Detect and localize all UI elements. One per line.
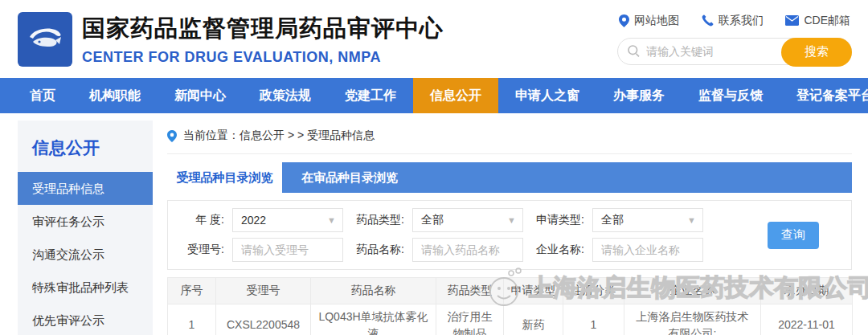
phone-icon [702, 14, 714, 27]
location-pin-icon [619, 14, 629, 27]
acceptance-no-label: 受理号: [176, 243, 232, 257]
search-button[interactable]: 搜索 [781, 38, 852, 67]
company-name-filter: 企业名称: [536, 238, 703, 262]
acceptance-no-input[interactable] [232, 238, 343, 262]
search-input[interactable] [646, 45, 777, 58]
header-right: 网站地图 联系我们 CDE邮箱 [617, 14, 852, 65]
sidebar-item-special-approval[interactable]: 特殊审批品种列表 [18, 271, 153, 304]
chevron-down-icon: ▼ [507, 215, 516, 225]
drug-name-input[interactable] [412, 238, 523, 262]
year-select-value: 2022 [241, 214, 266, 227]
breadcrumb-label: 当前位置：信息公开 > > 受理品种信息 [183, 129, 375, 143]
company-name-label: 企业名称: [536, 243, 592, 257]
search-icon [628, 45, 640, 57]
cde-mail-link-label: CDE邮箱 [804, 14, 850, 28]
application-type-select-value: 全部 [601, 213, 624, 227]
site-header: 国家药品监督管理局药品审评中心 CENTER FOR DRUG EVALUATI… [0, 0, 868, 78]
chevron-down-icon: ▼ [687, 215, 696, 225]
nav-item-policies[interactable]: 政策法规 [243, 78, 328, 113]
company-name-input[interactable] [592, 238, 703, 262]
nav-item-news-center[interactable]: 新闻中心 [158, 78, 243, 113]
chevron-down-icon: ▼ [327, 215, 336, 225]
sitemap-link-label: 网站地图 [634, 14, 679, 28]
nav-item-home[interactable]: 首页 [13, 78, 72, 113]
filter-row-1: 年 度: 2022 ▼ 药品类型: 全部 ▼ 申 [176, 208, 851, 232]
drug-type-label: 药品类型: [356, 213, 412, 227]
nav-item-party-building[interactable]: 党建工作 [328, 78, 413, 113]
drug-name-filter: 药品名称: [356, 238, 523, 262]
sidebar-item-priority-review[interactable]: 优先审评公示 [18, 304, 153, 335]
cell-company-name: 上海洛启生物医药技术有限公司; [624, 304, 761, 335]
drug-name-label: 药品名称: [356, 243, 412, 257]
envelope-icon [785, 15, 799, 26]
year-label: 年 度: [176, 213, 232, 227]
year-filter: 年 度: 2022 ▼ [176, 208, 343, 232]
sitemap-link[interactable]: 网站地图 [619, 14, 679, 28]
main-panel: 当前位置：信息公开 > > 受理品种信息 受理品种目录浏览 在审品种目录浏览 年… [167, 121, 852, 335]
content: 信息公开 受理品种信息 审评任务公示 沟通交流公示 特殊审批品种列表 优先审评公… [0, 121, 868, 335]
cell-application-type: 新药 [504, 304, 563, 335]
table-header-row: 序号 受理号 药品名称 药品类型 申请类型 注册分类 企业名称 承办日期 [168, 278, 853, 304]
col-header-acceptance-no: 受理号 [216, 278, 311, 304]
drug-type-select[interactable]: 全部 ▼ [412, 208, 523, 232]
cell-registration-class: 1 [563, 304, 624, 335]
sidebar-item-review-tasks[interactable]: 审评任务公示 [18, 205, 153, 238]
site-search: 搜索 [617, 38, 852, 65]
col-header-company-name: 企业名称 [624, 278, 761, 304]
year-select[interactable]: 2022 ▼ [232, 208, 343, 232]
col-header-drug-type: 药品类型 [436, 278, 504, 304]
filter-row-2: 受理号: 药品名称: 企业名称: [176, 238, 851, 262]
cell-index: 1 [168, 304, 216, 335]
breadcrumb: 当前位置：信息公开 > > 受理品种信息 [167, 121, 852, 154]
filter-panel: 年 度: 2022 ▼ 药品类型: 全部 ▼ 申 [167, 200, 852, 270]
nav-item-supervision-feedback[interactable]: 监督与反馈 [682, 78, 780, 113]
col-header-index: 序号 [168, 278, 216, 304]
col-header-registration-class: 注册分类 [563, 278, 624, 304]
sidebar-item-communication[interactable]: 沟通交流公示 [18, 238, 153, 271]
application-type-select[interactable]: 全部 ▼ [592, 208, 703, 232]
sidebar-item-accepted-varieties[interactable]: 受理品种信息 [18, 172, 153, 205]
sidebar: 信息公开 受理品种信息 审评任务公示 沟通交流公示 特殊审批品种列表 优先审评公… [18, 121, 153, 335]
site-title-cn: 国家药品监督管理局药品审评中心 [82, 13, 444, 45]
cell-drug-name: LQ043H单域抗体雾化液 [311, 304, 436, 335]
cde-logo [18, 12, 72, 67]
cell-acceptance-no: CXSL2200548 [216, 304, 311, 335]
site-title-block: 国家药品监督管理局药品审评中心 CENTER FOR DRUG EVALUATI… [82, 13, 444, 66]
top-links: 网站地图 联系我们 CDE邮箱 [617, 14, 852, 28]
site-title-en: CENTER FOR DRUG EVALUATION, NMPA [82, 49, 444, 66]
acceptance-table: 序号 受理号 药品名称 药品类型 申请类型 注册分类 企业名称 承办日期 1 C… [167, 277, 853, 335]
table-row[interactable]: 1 CXSL2200548 LQ043H单域抗体雾化液 治疗用生物制品 新药 1… [168, 304, 853, 335]
query-button[interactable]: 查询 [768, 222, 819, 249]
page: 国家药品监督管理局药品审评中心 CENTER FOR DRUG EVALUATI… [0, 0, 868, 335]
contact-us-link-label: 联系我们 [719, 14, 764, 28]
nav-item-org-functions[interactable]: 机构职能 [72, 78, 158, 113]
nav-item-services[interactable]: 办事服务 [596, 78, 682, 113]
nav-item-applicant-window[interactable]: 申请人之窗 [498, 78, 596, 113]
cell-undertake-date: 2022-11-01 [761, 304, 853, 335]
drug-type-select-value: 全部 [421, 213, 444, 227]
application-type-label: 申请类型: [536, 213, 592, 227]
tabstrip: 受理品种目录浏览 在审品种目录浏览 [167, 162, 852, 193]
location-pin-icon [167, 130, 177, 142]
application-type-filter: 申请类型: 全部 ▼ [536, 208, 703, 232]
nav-item-info-disclosure[interactable]: 信息公开 [413, 78, 498, 113]
sidebar-title: 信息公开 [18, 121, 153, 172]
drug-type-filter: 药品类型: 全部 ▼ [356, 208, 523, 232]
col-header-application-type: 申请类型 [504, 278, 563, 304]
col-header-drug-name: 药品名称 [311, 278, 436, 304]
tab-under-review-catalog[interactable]: 在审品种目录浏览 [282, 162, 417, 193]
tab-accepted-catalog[interactable]: 受理品种目录浏览 [167, 162, 282, 193]
contact-us-link[interactable]: 联系我们 [702, 14, 764, 28]
acceptance-no-filter: 受理号: [176, 238, 343, 262]
nav-item-registration-platform[interactable]: 登记备案平台 [780, 78, 868, 113]
col-header-undertake-date: 承办日期 [761, 278, 853, 304]
cell-drug-type: 治疗用生物制品 [436, 304, 504, 335]
cde-mail-link[interactable]: CDE邮箱 [785, 14, 850, 28]
fish-logo-icon [23, 18, 67, 61]
main-nav: 首页 机构职能 新闻中心 政策法规 党建工作 信息公开 申请人之窗 办事服务 监… [0, 78, 868, 113]
